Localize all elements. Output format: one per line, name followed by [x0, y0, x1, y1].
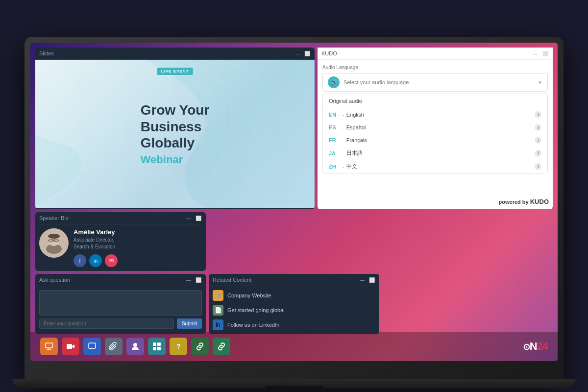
lang-item-en[interactable]: EN - English ℹ [323, 108, 547, 121]
svg-rect-10 [46, 343, 52, 348]
svg-marker-14 [72, 344, 74, 348]
svg-point-9 [48, 234, 60, 239]
speaker-socials: f in ✉ [74, 254, 202, 267]
bottom-row: Ask question — ⬜ Submit [35, 212, 553, 334]
on24-logo-text: ⊙N24 [523, 340, 548, 352]
ask-panel: Ask question — ⬜ Submit [35, 274, 206, 334]
svg-text:?: ? [176, 343, 181, 350]
svg-rect-13 [67, 344, 72, 349]
kudo-dropdown-placeholder: Select your audio language [343, 79, 538, 85]
slides-panel: Slides — ⬜ [35, 48, 315, 209]
kudo-language-menu: Original audio EN - English ℹ ES - Españ… [322, 94, 548, 173]
speaker-body: Amélie Varley Associate Director,Search … [35, 224, 206, 270]
slides-title: Slides [39, 50, 54, 56]
kudo-title: KUDO [321, 50, 337, 56]
speaker-avatar-image [39, 228, 69, 258]
link2-toolbar-btn[interactable] [213, 338, 230, 355]
related-body: 🔗 Company Website 📄 Get started going gl… [209, 286, 379, 333]
kudo-body: Audio Language 🔊 Select your audio langu… [318, 60, 553, 178]
svg-rect-18 [157, 343, 161, 346]
related-website-text: Company Website [227, 293, 271, 298]
ask-controls: — ⬜ [185, 276, 202, 283]
slides-header: Slides — ⬜ [35, 48, 315, 60]
speaker-avatar [39, 228, 69, 258]
svg-point-16 [133, 343, 137, 347]
ask-submit-button[interactable]: Submit [177, 318, 202, 329]
speaker-maximize[interactable]: ⬜ [195, 215, 202, 221]
chevron-down-icon: ▼ [538, 80, 542, 85]
bottom-toolbar: ? ⊙N24 [30, 332, 558, 361]
ask-title: Ask question [39, 277, 70, 283]
related-doc-text: Get started going global [227, 307, 285, 313]
help-toolbar-btn[interactable]: ? [170, 338, 187, 355]
slide-content: LIVE EVENT Grow YourBusinessGlobally Web… [35, 60, 315, 208]
attachment-toolbar-btn[interactable] [105, 338, 122, 355]
related-item-website[interactable]: 🔗 Company Website [213, 290, 375, 301]
related-linkedin-text: Follow us on LinkedIn [227, 322, 279, 328]
svg-rect-20 [157, 347, 161, 350]
kudo-header: KUDO — ⬜ [318, 48, 553, 60]
lang-item-zh[interactable]: ZH - 中文 ℹ [323, 160, 547, 173]
svg-rect-19 [153, 347, 156, 350]
linkedin-button[interactable]: in [89, 254, 102, 267]
grid-toolbar-btn[interactable] [148, 338, 166, 355]
ask-maximize[interactable]: ⬜ [195, 276, 202, 283]
ask-body: Submit [35, 286, 206, 333]
original-audio-label: Original audio [323, 94, 547, 108]
speaker-role: Associate Director,Search & Evolution [74, 237, 202, 250]
screen: Slides — ⬜ [30, 43, 558, 361]
related-item-doc[interactable]: 📄 Get started going global [213, 305, 375, 316]
link1-toolbar-btn[interactable] [191, 338, 209, 355]
chat-toolbar-btn[interactable] [83, 338, 101, 355]
kudo-maximize[interactable]: ⬜ [542, 50, 549, 57]
ask-minimize[interactable]: — [185, 276, 192, 283]
lang-item-ja[interactable]: JA - 日本語 ℹ [323, 147, 547, 160]
related-maximize[interactable]: ⬜ [368, 276, 375, 283]
speaker-info: Amélie Varley Associate Director,Search … [74, 228, 202, 267]
screen-content: Slides — ⬜ [30, 43, 558, 332]
ask-header: Ask question — ⬜ [35, 274, 206, 286]
kudo-language-dropdown[interactable]: 🔊 Select your audio language ▼ [322, 73, 548, 92]
email-button[interactable]: ✉ [105, 254, 118, 267]
laptop-wrapper: Slides — ⬜ [24, 12, 564, 380]
slides-toolbar-btn[interactable] [40, 338, 58, 355]
lang-item-fr[interactable]: FR - Français ℹ [323, 134, 547, 147]
speaker-minimize[interactable]: — [185, 215, 192, 221]
speaker-name: Amélie Varley [74, 228, 202, 236]
on24-logo: ⊙N24 [523, 340, 548, 353]
slides-maximize[interactable]: ⬜ [304, 50, 311, 57]
related-header: Related Content — ⬜ [209, 274, 379, 286]
slides-controls: — ⬜ [294, 50, 311, 57]
related-minimize[interactable]: — [359, 276, 366, 283]
speaker-header: Speaker Bio — ⬜ [35, 212, 206, 224]
slides-minimize[interactable]: — [294, 50, 301, 57]
slide-text: Grow YourBusinessGlobally Webinar [141, 102, 210, 166]
laptop-base [12, 379, 576, 389]
kudo-controls: — ⬜ [532, 50, 549, 57]
svg-rect-17 [153, 343, 156, 346]
slide-subtitle: Webinar [141, 153, 210, 166]
ask-input-row: Submit [39, 318, 202, 329]
related-title: Related Content [213, 277, 252, 283]
ask-name-input[interactable] [39, 318, 174, 329]
kudo-minimize[interactable]: — [532, 50, 539, 57]
kudo-speaker-icon: 🔊 [328, 76, 340, 88]
svg-rect-15 [89, 343, 96, 348]
video-toolbar-btn[interactable] [62, 338, 79, 355]
doc-icon: 📄 [213, 305, 223, 316]
toolbar-icons: ? [40, 338, 230, 355]
powered-by-label: powered by [499, 199, 530, 205]
profile-toolbar-btn[interactable] [126, 338, 144, 355]
speaker-controls: — ⬜ [185, 215, 202, 221]
ask-textarea[interactable] [39, 290, 202, 316]
lang-item-es[interactable]: ES - Español ℹ [323, 121, 547, 134]
live-badge: LIVE EVENT [157, 68, 193, 75]
kudo-footer: powered by KUDO [499, 198, 549, 205]
kudo-brand: KUDO [530, 198, 549, 205]
kudo-panel: KUDO — ⬜ Audio Language 🔊 Select your au… [318, 48, 553, 209]
link-icon: 🔗 [213, 290, 223, 301]
related-item-linkedin[interactable]: in Follow us on LinkedIn [213, 319, 375, 330]
related-controls: — ⬜ [359, 276, 375, 283]
facebook-button[interactable]: f [74, 254, 86, 267]
laptop-notch [265, 386, 323, 389]
